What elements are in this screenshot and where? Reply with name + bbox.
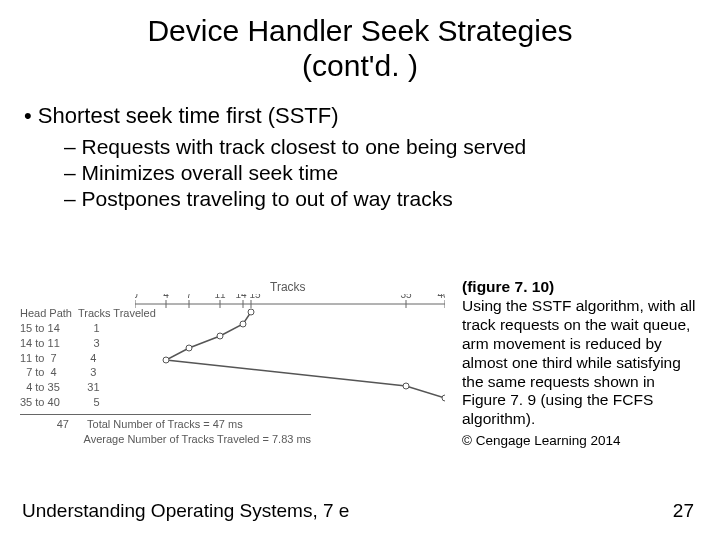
svg-text:4: 4	[163, 294, 169, 300]
title-line-2: (cont'd. )	[302, 49, 418, 82]
sub-bullet-2: Postpones traveling to out of way tracks	[64, 187, 720, 211]
table-header: Head Path Tracks Traveled	[20, 306, 311, 321]
sub-bullet-1: Minimizes overall seek time	[64, 161, 720, 185]
svg-point-22	[403, 383, 409, 389]
table-row: 7 to 4 3	[20, 365, 311, 380]
svg-text:15: 15	[249, 294, 261, 300]
table-totals: 47 Total Number of Tracks = 47 ms Averag…	[20, 414, 311, 447]
figure-area: Tracks 0 4 7 11 14 15	[20, 280, 450, 450]
seek-table: Head Path Tracks Traveled 15 to 14 1 14 …	[20, 306, 311, 447]
footer-left: Understanding Operating Systems, 7 e	[22, 500, 349, 522]
figure-caption: (figure 7. 10) Using the SSTF algorithm,…	[462, 278, 700, 450]
sub-bullet-0: Requests with track closest to one being…	[64, 135, 720, 159]
table-row: 14 to 11 3	[20, 336, 311, 351]
title-line-1: Device Handler Seek Strategies	[147, 14, 572, 47]
figure-label: (figure 7. 10)	[462, 278, 554, 295]
table-row: 4 to 35 31	[20, 380, 311, 395]
svg-text:14: 14	[235, 294, 247, 300]
table-row: 35 to 40 5	[20, 395, 311, 410]
figure-body: Using the SSTF algorithm, with all track…	[462, 297, 695, 427]
slide: Device Handler Seek Strategies (cont'd. …	[0, 0, 720, 540]
svg-text:7: 7	[186, 294, 192, 300]
slide-title: Device Handler Seek Strategies (cont'd. …	[0, 0, 720, 83]
table-row: 11 to 7 4	[20, 351, 311, 366]
table-row: 15 to 14 1	[20, 321, 311, 336]
svg-point-23	[442, 395, 445, 401]
svg-text:35: 35	[400, 294, 412, 300]
copyright: © Cengage Learning 2014	[462, 433, 700, 449]
svg-text:40: 40	[437, 294, 445, 300]
svg-text:11: 11	[214, 294, 226, 300]
bullet-main: Shortest seek time first (SSTF)	[24, 103, 720, 129]
tracks-axis-label: Tracks	[270, 280, 306, 294]
svg-text:0: 0	[135, 294, 138, 300]
page-number: 27	[673, 500, 694, 522]
